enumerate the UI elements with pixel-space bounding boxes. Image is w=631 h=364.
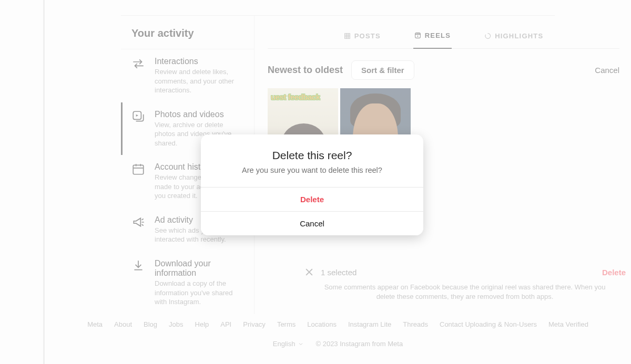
delete-reel-dialog: Delete this reel? Are you sure you want … bbox=[201, 134, 423, 235]
dialog-delete-button[interactable]: Delete bbox=[201, 188, 423, 212]
dialog-title: Delete this reel? bbox=[213, 149, 411, 162]
dialog-header: Delete this reel? Are you sure you want … bbox=[201, 134, 423, 188]
dialog-cancel-button[interactable]: Cancel bbox=[201, 212, 423, 235]
dialog-message: Are you sure you want to delete this ree… bbox=[213, 166, 411, 174]
